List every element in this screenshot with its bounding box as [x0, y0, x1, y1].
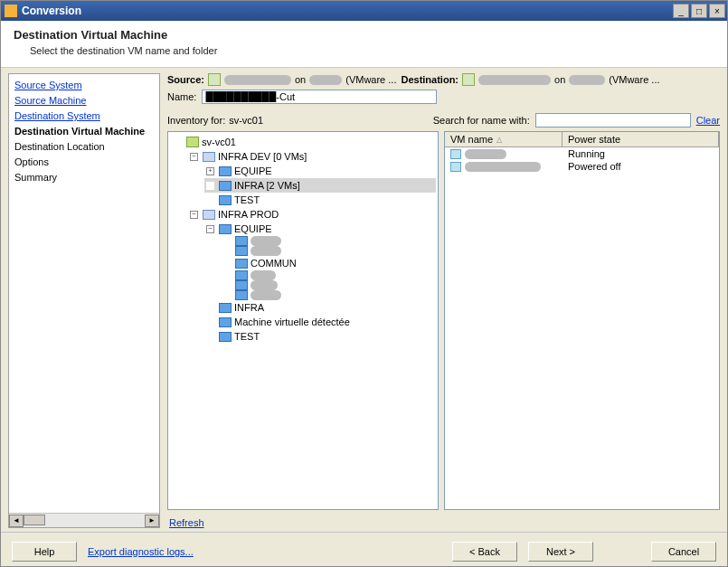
maximize-button[interactable]: □ [691, 4, 707, 18]
tree-folder-redacted[interactable] [221, 270, 436, 280]
step-options: Options [14, 155, 154, 170]
step-source-machine[interactable]: Source Machine [14, 95, 87, 106]
dest-label: Destination: [401, 74, 459, 85]
datacenter-icon [203, 152, 215, 162]
step-destination-location: Destination Location [14, 139, 154, 155]
tree-folder-redacted[interactable] [221, 280, 436, 290]
collapse-icon[interactable]: − [190, 211, 198, 219]
vm-row[interactable]: Powered off [445, 160, 719, 173]
vm-state: Powered off [568, 161, 621, 172]
col-power-state[interactable]: Power state [563, 132, 719, 146]
tree-list-split: sv-vc01 − INFRA DEV [0 VMs] [167, 131, 720, 510]
source-host-redacted [309, 75, 342, 85]
vm-name-input[interactable] [202, 90, 437, 104]
dest-tail: (VMware ... [609, 74, 659, 85]
inventory-tree[interactable]: sv-vc01 − INFRA DEV [0 VMs] [167, 131, 439, 510]
clear-link[interactable]: Clear [696, 115, 720, 126]
inventory-host: sv-vc01 [229, 115, 263, 126]
tree-folder-redacted[interactable] [221, 290, 436, 300]
source-on: on [295, 74, 306, 85]
window-buttons: _ □ × [673, 4, 725, 18]
tree-folder-redacted[interactable] [221, 236, 436, 246]
tree-folder-infra-prod[interactable]: INFRA [204, 300, 436, 315]
help-button[interactable]: Help [12, 542, 77, 562]
vm-list[interactable]: VM name △ Power state Running Powered of… [444, 131, 720, 510]
tree-dc-infra-prod[interactable]: − INFRA PROD [188, 207, 436, 222]
tree-folder-test-prod[interactable]: TEST [204, 329, 436, 344]
sort-asc-icon: △ [496, 136, 502, 144]
tree-folder-commun[interactable]: COMMUN [221, 256, 436, 270]
folder-icon [235, 290, 248, 300]
datacenter-icon [203, 210, 215, 220]
host-icon [208, 73, 221, 86]
wizard-sidebar: Source System Source Machine Destination… [8, 73, 160, 528]
dest-on: on [554, 74, 565, 85]
wizard-steps: Source System Source Machine Destination… [9, 74, 159, 513]
step-destination-vm: Destination Virtual Machine [14, 124, 154, 139]
sidebar-hscroll[interactable]: ◄ ► [9, 513, 159, 527]
step-destination-system[interactable]: Destination System [14, 110, 100, 121]
vm-icon [450, 162, 461, 172]
folder-icon [219, 332, 232, 342]
inventory-row: Inventory for: sv-vc01 Search for name w… [167, 113, 720, 128]
folder-icon [219, 181, 232, 191]
folder-icon [235, 280, 248, 290]
folder-icon [235, 259, 248, 269]
collapse-icon[interactable]: − [190, 153, 198, 161]
tree-folder-test-dev[interactable]: TEST [204, 193, 436, 207]
tree-folder-infra-dev[interactable]: INFRA [2 VMs] [204, 178, 436, 193]
page-title: Destination Virtual Machine [14, 28, 714, 42]
step-summary: Summary [14, 170, 154, 185]
scroll-track[interactable] [24, 515, 145, 527]
vm-name-redacted [465, 149, 506, 159]
search-label: Search for name with: [433, 115, 530, 126]
export-diag-link[interactable]: Export diagnostic logs... [88, 546, 194, 557]
vm-icon [450, 149, 461, 159]
scroll-thumb[interactable] [24, 515, 45, 525]
cancel-button[interactable]: Cancel [651, 542, 716, 562]
tree-dc2-label: INFRA PROD [218, 207, 279, 222]
dest-machine-redacted [478, 75, 551, 85]
tree-folder-equipe-prod[interactable]: − EQUIPE [204, 222, 436, 236]
window-title: Conversion [22, 5, 673, 17]
name-row: Name: [167, 90, 720, 104]
source-label: Source: [167, 74, 204, 85]
collapse-icon[interactable]: − [206, 225, 214, 233]
scroll-left-icon[interactable]: ◄ [9, 515, 24, 527]
folder-icon [219, 166, 232, 176]
search-input[interactable] [535, 113, 691, 128]
refresh-link[interactable]: Refresh [169, 517, 204, 528]
close-button[interactable]: × [709, 4, 725, 18]
vcenter-icon [186, 137, 199, 147]
footer: Help Export diagnostic logs... < Back Ne… [1, 532, 727, 567]
content-area: Source System Source Machine Destination… [1, 68, 727, 532]
tree-dc1-label: INFRA DEV [0 VMs] [218, 149, 307, 164]
folder-icon [219, 195, 232, 205]
inventory-label: Inventory for: [167, 115, 225, 126]
tree-folder-equipe-dev[interactable]: + EQUIPE [204, 164, 436, 178]
main-panel: Source: on (VMware ... Destination: on (… [167, 73, 720, 528]
vm-state: Running [568, 148, 605, 159]
tree-folder-redacted[interactable] [221, 246, 436, 256]
col-vm-name[interactable]: VM name △ [445, 132, 563, 146]
source-machine-redacted [224, 75, 291, 85]
minimize-button[interactable]: _ [673, 4, 689, 18]
next-button[interactable]: Next > [528, 542, 593, 562]
vm-name-redacted [465, 162, 541, 172]
folder-icon [235, 236, 248, 246]
page-subtitle: Select the destination VM name and folde… [30, 45, 714, 56]
tree-folder-mvd[interactable]: Machine virtuelle détectée [204, 315, 436, 329]
step-source-system[interactable]: Source System [14, 80, 82, 90]
expand-icon[interactable]: + [206, 167, 214, 175]
vm-row[interactable]: Running [445, 147, 719, 160]
refresh-bar: Refresh [167, 514, 720, 528]
dest-host-redacted [569, 75, 605, 85]
tree-dc-infra-dev[interactable]: − INFRA DEV [0 VMs] [188, 149, 436, 164]
page-header: Destination Virtual Machine Select the d… [1, 21, 727, 68]
folder-icon [219, 303, 232, 313]
folder-icon [235, 246, 248, 256]
scroll-right-icon[interactable]: ► [145, 515, 159, 527]
back-button[interactable]: < Back [452, 542, 517, 562]
vm-list-header: VM name △ Power state [445, 132, 719, 147]
tree-root[interactable]: sv-vc01 [172, 135, 436, 149]
